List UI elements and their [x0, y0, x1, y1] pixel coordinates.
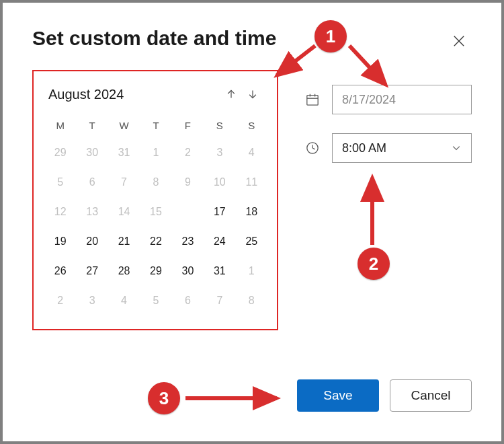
- set-datetime-dialog: Set custom date and time August 2024 MTW…: [3, 3, 501, 441]
- arrow-up-icon: [226, 89, 237, 100]
- calendar-day[interactable]: 6: [76, 168, 108, 197]
- calendar-prev-button[interactable]: [220, 83, 242, 105]
- close-icon: [453, 35, 465, 47]
- calendar-day[interactable]: 24: [204, 227, 235, 256]
- calendar-day[interactable]: 10: [204, 168, 235, 197]
- arrow-down-icon: [247, 89, 258, 100]
- calendar-day[interactable]: 31: [108, 138, 140, 168]
- calendar-header: August 2024: [44, 83, 267, 105]
- calendar-dow: T: [76, 114, 108, 138]
- calendar-day[interactable]: 19: [44, 227, 76, 256]
- calendar-day[interactable]: 12: [44, 197, 76, 227]
- calendar-day[interactable]: 8: [140, 168, 171, 197]
- calendar-day[interactable]: 11: [236, 168, 267, 197]
- calendar-dow: W: [108, 114, 140, 138]
- calendar-day[interactable]: 18: [236, 197, 267, 227]
- calendar-day[interactable]: 6: [172, 286, 204, 316]
- date-field-row: [304, 85, 472, 114]
- calendar-day[interactable]: 30: [76, 138, 108, 168]
- calendar-next-button[interactable]: [242, 83, 263, 105]
- calendar-month-label[interactable]: August 2024: [48, 87, 220, 102]
- calendar-dow: S: [204, 114, 235, 138]
- calendar-day[interactable]: 16: [172, 197, 204, 227]
- chevron-down-icon: [451, 143, 462, 153]
- date-input[interactable]: [332, 85, 472, 114]
- save-button[interactable]: Save: [297, 379, 379, 412]
- calendar-day[interactable]: 3: [204, 138, 235, 168]
- dialog-footer: Save Cancel: [297, 379, 472, 412]
- time-select[interactable]: 8:00 AM: [332, 133, 472, 163]
- calendar-dow: T: [140, 114, 171, 138]
- calendar-day[interactable]: 23: [172, 227, 204, 256]
- main-row: August 2024 MTWTFSS293031123456789101112…: [32, 70, 474, 330]
- dialog-title: Set custom date and time: [32, 27, 474, 50]
- calendar-day[interactable]: 8: [236, 286, 267, 316]
- calendar-day[interactable]: 3: [76, 286, 108, 316]
- calendar-day[interactable]: 26: [44, 256, 76, 286]
- calendar: August 2024 MTWTFSS293031123456789101112…: [32, 70, 278, 330]
- calendar-day[interactable]: 27: [76, 256, 108, 286]
- calendar-day[interactable]: 5: [140, 286, 171, 316]
- time-field-row: 8:00 AM: [304, 133, 472, 163]
- calendar-day[interactable]: 17: [204, 197, 235, 227]
- calendar-day[interactable]: 4: [236, 138, 267, 168]
- calendar-day[interactable]: 1: [140, 138, 171, 168]
- calendar-day[interactable]: 30: [172, 256, 204, 286]
- calendar-day[interactable]: 29: [140, 256, 171, 286]
- calendar-day[interactable]: 5: [44, 168, 76, 197]
- calendar-day[interactable]: 1: [236, 256, 267, 286]
- close-button[interactable]: [449, 31, 469, 51]
- calendar-day[interactable]: 9: [172, 168, 204, 197]
- calendar-icon: [304, 91, 321, 108]
- calendar-dow: S: [236, 114, 267, 138]
- svg-rect-4: [307, 96, 318, 106]
- calendar-day[interactable]: 14: [108, 197, 140, 227]
- calendar-day[interactable]: 21: [108, 227, 140, 256]
- calendar-day[interactable]: 2: [172, 138, 204, 168]
- time-select-value: 8:00 AM: [342, 141, 386, 155]
- annotation-badge-3: 3: [148, 382, 180, 414]
- cancel-button[interactable]: Cancel: [390, 379, 472, 412]
- svg-line-16: [312, 148, 315, 149]
- calendar-day[interactable]: 28: [108, 256, 140, 286]
- calendar-day[interactable]: 31: [204, 256, 235, 286]
- clock-icon: [304, 139, 321, 157]
- calendar-day[interactable]: 25: [236, 227, 267, 256]
- calendar-day[interactable]: 22: [140, 227, 171, 256]
- calendar-day[interactable]: 7: [108, 168, 140, 197]
- calendar-day[interactable]: 29: [44, 138, 76, 168]
- calendar-day[interactable]: 20: [76, 227, 108, 256]
- calendar-grid: MTWTFSS293031123456789101112131415161718…: [44, 114, 267, 316]
- calendar-day[interactable]: 4: [108, 286, 140, 316]
- calendar-dow: M: [44, 114, 76, 138]
- calendar-day[interactable]: 2: [44, 286, 76, 316]
- calendar-day[interactable]: 15: [140, 197, 171, 227]
- calendar-dow: F: [172, 114, 204, 138]
- datetime-fields: 8:00 AM: [304, 70, 472, 182]
- calendar-day[interactable]: 13: [76, 197, 108, 227]
- calendar-day[interactable]: 7: [204, 286, 235, 316]
